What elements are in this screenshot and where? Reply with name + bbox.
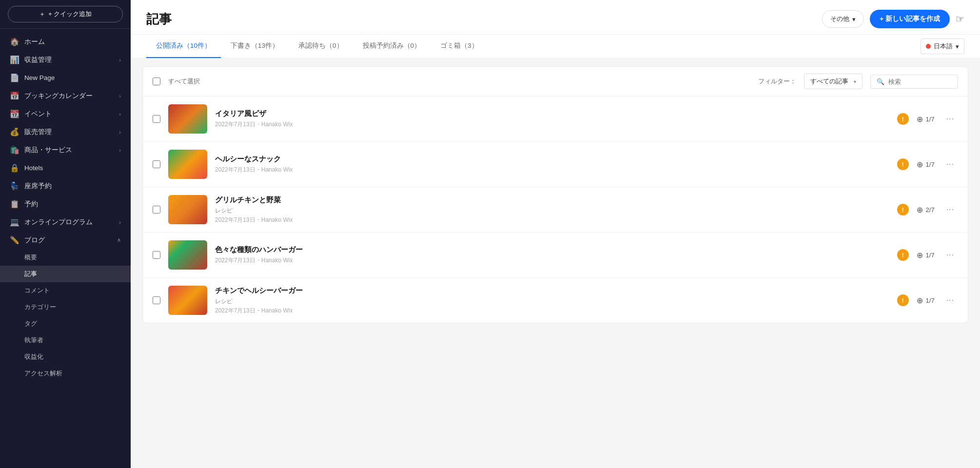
article-info: チキンでヘルシーバーガー レシピ 2022年7月13日・Hanako Wix: [215, 286, 889, 315]
row-checkbox[interactable]: [153, 160, 160, 168]
chevron-down-icon: ▾: [854, 79, 856, 84]
sidebar-item-label: 座席予約: [24, 182, 121, 191]
blog-authors-label: 執筆者: [24, 336, 43, 345]
home-icon: 🏠: [10, 37, 20, 46]
quick-add-label: + クイック追加: [48, 10, 92, 19]
sidebar-item-blog-categories[interactable]: カテゴリー: [0, 299, 131, 315]
warning-icon: !: [897, 294, 909, 306]
sidebar-item-blog-analytics[interactable]: アクセス解析: [0, 365, 131, 382]
tab-pending[interactable]: 承認待ち（0）: [289, 35, 353, 58]
row-checkbox[interactable]: [153, 115, 160, 123]
seats-icon: 💺: [10, 181, 20, 191]
article-thumbnail: [168, 104, 207, 134]
filter-dropdown[interactable]: すべての記事 ▾: [804, 74, 862, 89]
blog-overview-label: 概要: [24, 253, 37, 262]
tab-scheduled[interactable]: 投稿予約済み（0）: [353, 35, 431, 58]
sidebar-item-blog[interactable]: ✏️ ブログ ∧: [0, 231, 131, 249]
globe-icon: ⊕: [917, 115, 923, 124]
chevron-down-icon: ▾: [956, 43, 959, 50]
sidebar-item-label: ホーム: [24, 38, 121, 46]
sidebar-top: ＋ + クイック追加: [0, 0, 131, 29]
globe-count: ⊕ 1/7: [917, 251, 935, 260]
sidebar-item-sales[interactable]: 💰 販売管理 ›: [0, 123, 131, 141]
sidebar-item-label: イベント: [24, 110, 114, 118]
sidebar-item-blog-articles[interactable]: 記事: [0, 266, 131, 282]
warning-icon: !: [897, 249, 909, 261]
sidebar-item-blog-tags[interactable]: タグ: [0, 315, 131, 332]
table-row[interactable]: チキンでヘルシーバーガー レシピ 2022年7月13日・Hanako Wix !…: [143, 278, 968, 323]
chevron-down-icon: ∧: [117, 237, 121, 243]
tab-drafts[interactable]: 下書き（13件）: [221, 35, 289, 58]
globe-icon: ⊕: [917, 160, 923, 169]
cursor-icon: ☞: [956, 13, 964, 25]
sidebar-item-home[interactable]: 🏠 ホーム: [0, 33, 131, 51]
article-meta: レシピ 2022年7月13日・Hanako Wix: [215, 207, 889, 224]
globe-count-value: 1/7: [926, 297, 935, 304]
sidebar-item-label: New Page: [24, 74, 121, 81]
sidebar-item-blog-authors[interactable]: 執筆者: [0, 332, 131, 349]
article-title: 色々な種類のハンバーガー: [215, 245, 889, 254]
filter-bar: すべて選択 フィルター： すべての記事 ▾ 🔍: [143, 67, 968, 97]
more-options-button[interactable]: ···: [942, 203, 958, 216]
more-options-button[interactable]: ···: [942, 113, 958, 125]
table-row[interactable]: グリルチキンと野菜 レシピ 2022年7月13日・Hanako Wix ! ⊕ …: [143, 187, 968, 233]
sidebar-item-online-program[interactable]: 💻 オンラインプログラム ›: [0, 213, 131, 231]
sidebar-item-revenue[interactable]: 📊 収益管理 ›: [0, 51, 131, 69]
chevron-right-icon: ›: [119, 129, 121, 135]
sidebar-item-seats[interactable]: 💺 座席予約: [0, 177, 131, 195]
quick-add-button[interactable]: ＋ + クイック追加: [8, 6, 123, 22]
sidebar-item-products[interactable]: 🛍️ 商品・サービス ›: [0, 141, 131, 159]
sidebar-item-blog-comments[interactable]: コメント: [0, 282, 131, 299]
sidebar-item-events[interactable]: 📆 イベント ›: [0, 105, 131, 123]
revenue-icon: 📊: [10, 55, 20, 64]
globe-count: ⊕ 1/7: [917, 115, 935, 124]
language-label: 日本語: [934, 42, 953, 51]
search-icon: 🔍: [877, 78, 884, 85]
more-options-button[interactable]: ···: [942, 249, 958, 261]
header-right: その他 ▾ + 新しい記事を作成 ☞: [822, 10, 964, 28]
sidebar-item-label: オンラインプログラム: [24, 218, 114, 227]
globe-count: ⊕ 1/7: [917, 296, 935, 305]
more-options-button[interactable]: ···: [942, 294, 958, 307]
article-info: ヘルシーなスナック 2022年7月13日・Hanako Wix: [215, 155, 889, 174]
chevron-down-icon: ▾: [852, 16, 856, 23]
tab-trash[interactable]: ゴミ箱（3）: [431, 35, 488, 58]
search-input[interactable]: [888, 78, 947, 85]
warning-icon: !: [897, 158, 909, 170]
article-meta: 2022年7月13日・Hanako Wix: [215, 120, 889, 129]
sidebar-item-label: 商品・サービス: [24, 146, 114, 155]
blog-icon: ✏️: [10, 235, 20, 245]
more-options-button[interactable]: ···: [942, 158, 958, 171]
article-list-container: すべて選択 フィルター： すべての記事 ▾ 🔍 イタリア風ピザ 2022年7月1…: [142, 66, 968, 323]
sidebar-item-booking[interactable]: 📅 ブッキングカレンダー ›: [0, 87, 131, 105]
table-row[interactable]: 色々な種類のハンバーガー 2022年7月13日・Hanako Wix ! ⊕ 1…: [143, 233, 968, 278]
language-selector[interactable]: 日本語 ▾: [921, 39, 964, 54]
sidebar-item-label: 予約: [24, 200, 121, 209]
tab-published[interactable]: 公開済み（10件）: [146, 35, 221, 58]
article-date: 2022年7月13日・Hanako Wix: [215, 216, 889, 224]
page-header: 記事 その他 ▾ + 新しい記事を作成 ☞: [131, 0, 980, 35]
select-all-checkbox[interactable]: [153, 78, 160, 85]
sidebar-item-blog-monetization[interactable]: 収益化: [0, 349, 131, 365]
row-checkbox[interactable]: [153, 251, 160, 259]
article-date: 2022年7月13日・Hanako Wix: [215, 166, 889, 174]
warning-icon: !: [897, 204, 909, 215]
row-checkbox[interactable]: [153, 206, 160, 214]
events-icon: 📆: [10, 109, 20, 118]
article-thumbnail: [168, 195, 207, 224]
sidebar-item-blog-overview[interactable]: 概要: [0, 249, 131, 266]
sidebar-item-new-page[interactable]: 📄 New Page: [0, 69, 131, 87]
sidebar-item-label: 収益管理: [24, 56, 114, 64]
new-article-button[interactable]: + 新しい記事を作成: [870, 10, 950, 28]
blog-categories-label: カテゴリー: [24, 303, 56, 312]
table-row[interactable]: ヘルシーなスナック 2022年7月13日・Hanako Wix ! ⊕ 1/7 …: [143, 142, 968, 187]
sidebar-item-label: 販売管理: [24, 128, 114, 136]
table-row[interactable]: イタリア風ピザ 2022年7月13日・Hanako Wix ! ⊕ 1/7 ··…: [143, 97, 968, 142]
article-thumbnail: [168, 240, 207, 270]
row-checkbox[interactable]: [153, 296, 160, 304]
other-button[interactable]: その他 ▾: [822, 10, 864, 28]
sidebar-item-reservations[interactable]: 📋 予約: [0, 195, 131, 213]
chevron-right-icon: ›: [119, 57, 121, 63]
sidebar-item-hotels[interactable]: 🔒 Hotels: [0, 159, 131, 177]
chevron-right-icon: ›: [119, 219, 121, 225]
